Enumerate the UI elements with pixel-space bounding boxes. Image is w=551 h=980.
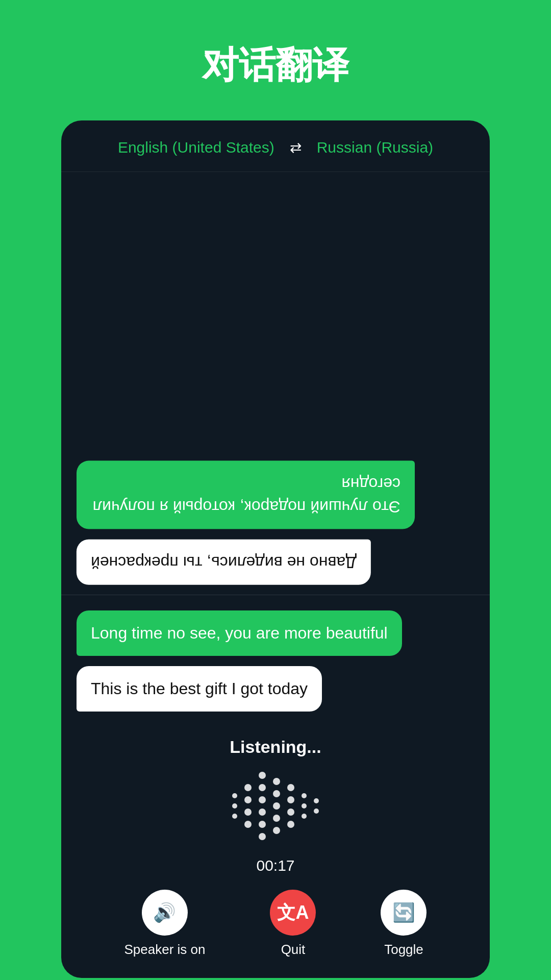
listening-label: Listening... (230, 737, 321, 757)
waveform-col-2 (244, 784, 252, 828)
dot (314, 808, 319, 814)
bubble-english-white: This is the best gift I got today (77, 666, 322, 712)
dot (273, 790, 280, 797)
dot (259, 821, 266, 828)
quit-button[interactable]: 文A Quit (270, 890, 316, 958)
language-bar: English (United States) ⇄ Russian (Russi… (61, 120, 490, 172)
toggle-button[interactable]: 🔄 Toggle (381, 890, 427, 958)
translate-icon: 文A (277, 900, 309, 925)
dot (244, 796, 252, 803)
source-language[interactable]: English (United States) (118, 139, 274, 156)
quit-label: Quit (281, 942, 306, 958)
main-card: English (United States) ⇄ Russian (Russi… (61, 120, 490, 978)
waveform-col-3 (259, 772, 266, 840)
dot (259, 833, 266, 840)
dot (244, 784, 252, 791)
dot (287, 796, 294, 803)
bubble-russian-white: Давно не виделись, ты прекрасней (77, 540, 371, 585)
waveform-col-4 (273, 778, 280, 834)
dot (259, 808, 266, 816)
dot (302, 814, 307, 819)
dot (273, 827, 280, 834)
dot (302, 803, 307, 808)
toggle-button-circle[interactable]: 🔄 (381, 890, 427, 936)
dot (259, 772, 266, 779)
waveform-col-6 (302, 793, 307, 819)
listening-area: Listening... (61, 727, 490, 879)
quit-button-circle[interactable]: 文A (270, 890, 316, 936)
speaker-label: Speaker is on (124, 942, 206, 958)
bubble-russian-green: Это лучший подарок, который я получил се… (77, 461, 415, 529)
target-language[interactable]: Russian (Russia) (317, 139, 433, 156)
dot (232, 803, 237, 808)
bubble-english-green: Long time no see, you are more beautiful (77, 610, 402, 656)
dot (259, 796, 266, 803)
speaker-button[interactable]: 🔊 Speaker is on (124, 890, 206, 958)
chat-area-bottom: Long time no see, you are more beautiful… (61, 595, 490, 727)
dot (232, 814, 237, 819)
waveform-col-7 (314, 798, 319, 814)
dot (259, 784, 266, 791)
dot (314, 798, 319, 803)
timer: 00:17 (256, 857, 294, 874)
toggle-label: Toggle (384, 942, 423, 958)
waveform (232, 770, 319, 842)
dot (287, 784, 294, 791)
dot (287, 808, 294, 816)
swap-language-icon[interactable]: ⇄ (290, 139, 302, 156)
waveform-col-5 (287, 784, 294, 828)
dot (287, 821, 294, 828)
chat-area-top: Это лучший подарок, который я получил се… (61, 172, 490, 595)
dot (302, 793, 307, 798)
waveform-col-1 (232, 793, 237, 819)
dot (244, 808, 252, 816)
bottom-controls: 🔊 Speaker is on 文A Quit 🔄 Toggle (61, 879, 490, 978)
toggle-icon: 🔄 (392, 902, 415, 923)
page-title: 对话翻译 (202, 41, 349, 90)
dot (273, 778, 280, 785)
dot (232, 793, 237, 798)
speaker-button-circle[interactable]: 🔊 (142, 890, 188, 936)
dot (273, 802, 280, 810)
dot (244, 821, 252, 828)
speaker-icon: 🔊 (153, 902, 176, 923)
dot (273, 815, 280, 822)
